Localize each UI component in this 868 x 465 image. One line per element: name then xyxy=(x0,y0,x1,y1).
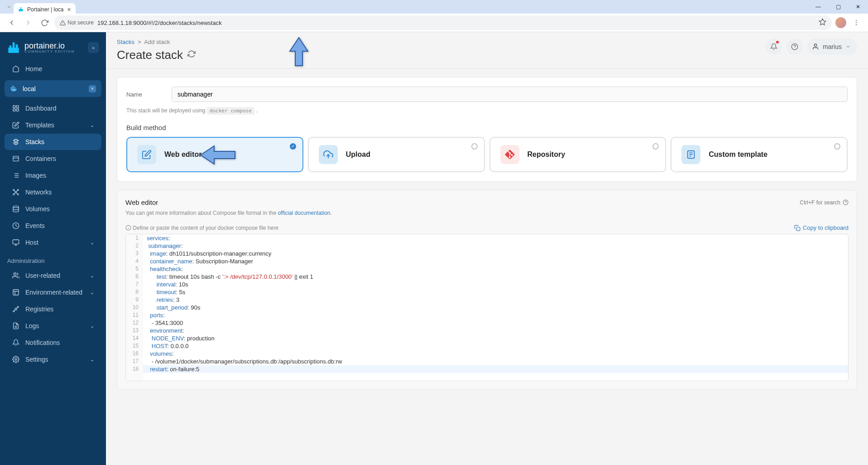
home-icon xyxy=(12,65,20,73)
browser-menu-button[interactable] xyxy=(850,16,863,29)
svg-point-42 xyxy=(14,273,16,275)
admin-icon xyxy=(12,288,20,296)
portainer-favicon-icon xyxy=(18,7,24,12)
url-bar[interactable]: Not secure 192.168.1.18:9000/#!/2/docker… xyxy=(54,15,832,30)
sidebar-item-events[interactable]: Events xyxy=(5,218,101,234)
tab-list-chevron[interactable] xyxy=(5,0,14,14)
annotation-arrow-name xyxy=(284,32,313,79)
svg-point-7 xyxy=(856,24,857,25)
method-upload[interactable]: Upload xyxy=(308,137,485,172)
compose-editor[interactable]: 1services:2 submanager:3 image: dh1011/s… xyxy=(125,234,849,381)
svg-point-47 xyxy=(17,306,19,308)
env-close-icon[interactable]: × xyxy=(89,85,96,92)
sidebar-admin-item-registries[interactable]: Registries xyxy=(5,301,101,317)
stack-form-card: Name This stack will be deployed using d… xyxy=(117,77,857,182)
svg-rect-17 xyxy=(16,106,19,108)
admin-icon xyxy=(12,355,20,363)
svg-line-33 xyxy=(14,190,15,192)
nav-back-button[interactable] xyxy=(5,16,18,29)
images-icon xyxy=(12,171,20,179)
svg-line-35 xyxy=(14,193,15,194)
sidebar-item-home[interactable]: Home xyxy=(5,61,101,77)
sidebar-admin-item-settings[interactable]: Settings⌄ xyxy=(5,351,101,368)
search-hint: Ctrl+F for search xyxy=(800,199,849,206)
dashboard-icon xyxy=(12,104,20,112)
url-text: 192.168.1.18:9000/#!/2/docker/stacks/new… xyxy=(97,19,222,26)
minimize-button[interactable]: — xyxy=(808,0,828,14)
sidebar-item-host[interactable]: Host⌄ xyxy=(5,234,101,251)
sidebar-item-stacks[interactable]: Stacks xyxy=(5,134,101,150)
sidebar-item-networks[interactable]: Networks xyxy=(5,184,101,200)
nav-reload-button[interactable] xyxy=(38,16,51,29)
name-label: Name xyxy=(126,91,172,98)
method-web-editor[interactable]: Web editor xyxy=(126,137,303,172)
sidebar-item-images[interactable]: Images xyxy=(5,167,101,184)
sidebar-item-containers[interactable]: Containers xyxy=(5,150,101,167)
svg-point-56 xyxy=(814,44,816,46)
maximize-button[interactable]: ▢ xyxy=(828,0,848,14)
build-method-grid: Web editor Upload xyxy=(126,137,848,172)
notification-dot-icon xyxy=(776,41,779,44)
user-menu[interactable]: marius xyxy=(807,39,857,55)
copy-icon xyxy=(794,225,801,231)
bookmark-star-icon[interactable] xyxy=(819,18,826,27)
svg-line-49 xyxy=(16,307,17,308)
host-icon xyxy=(12,238,20,247)
nav-forward-button[interactable] xyxy=(22,16,34,29)
svg-rect-11 xyxy=(16,44,18,48)
breadcrumb-stacks-link[interactable]: Stacks xyxy=(117,39,134,45)
method-radio-selected-icon xyxy=(290,143,296,150)
svg-rect-18 xyxy=(16,109,19,111)
refresh-icon[interactable] xyxy=(187,50,196,60)
editor-info: You can get more information about Compo… xyxy=(125,210,849,216)
chevron-down-icon: ⌄ xyxy=(90,122,94,128)
help-button[interactable] xyxy=(786,39,803,55)
docker-icon xyxy=(10,84,18,93)
svg-rect-20 xyxy=(13,156,19,161)
svg-line-36 xyxy=(16,193,18,194)
window-controls: — ▢ ✕ xyxy=(808,0,868,14)
svg-marker-4 xyxy=(819,19,825,24)
svg-point-30 xyxy=(17,189,19,191)
editor-placeholder-hint: Define or paste the content of your dock… xyxy=(133,225,278,231)
copy-to-clipboard-button[interactable]: Copy to clipboard xyxy=(794,224,849,231)
sidebar-item-dashboard[interactable]: Dashboard xyxy=(5,100,101,116)
sidebar-collapse-button[interactable]: « xyxy=(88,42,99,53)
warning-icon xyxy=(60,20,66,26)
git-icon xyxy=(500,145,519,164)
method-custom-template[interactable]: Custom template xyxy=(671,137,848,172)
sidebar-item-templates[interactable]: Templates⌄ xyxy=(5,117,101,133)
stack-name-input[interactable] xyxy=(172,87,848,102)
environment-chip[interactable]: local × xyxy=(5,80,101,97)
sidebar-section-admin: Administration xyxy=(0,251,106,267)
svg-rect-8 xyxy=(8,48,19,53)
app-shell: portainer.io COMMUNITY EDITION « Home lo… xyxy=(0,32,868,465)
docs-link[interactable]: official documentation xyxy=(278,210,330,216)
sidebar-admin-item-environment-related[interactable]: Environment-related⌄ xyxy=(5,284,101,300)
svg-rect-13 xyxy=(12,87,14,89)
breadcrumb: Stacks > Add stack xyxy=(117,39,196,45)
page-header: Stacks > Add stack Create stack xyxy=(106,32,868,69)
sidebar-item-volumes[interactable]: Volumes xyxy=(5,201,101,217)
tab-close-icon[interactable]: × xyxy=(67,6,71,13)
portainer-logo-icon xyxy=(7,41,20,54)
browser-tab[interactable]: Portainer | loca × xyxy=(14,3,76,16)
sidebar-admin-item-user-related[interactable]: User-related⌄ xyxy=(5,267,101,284)
sidebar-admin-item-notifications[interactable]: Notifications xyxy=(5,334,101,351)
profile-avatar[interactable] xyxy=(835,17,846,28)
security-chip[interactable]: Not secure xyxy=(60,19,94,26)
admin-icon xyxy=(12,305,20,313)
svg-point-31 xyxy=(13,194,14,195)
close-button[interactable]: ✕ xyxy=(848,0,868,14)
svg-point-32 xyxy=(17,194,19,195)
method-repository[interactable]: Repository xyxy=(489,137,667,172)
upload-cloud-icon xyxy=(319,145,338,164)
volumes-icon xyxy=(12,205,20,213)
method-radio-icon xyxy=(471,143,478,150)
method-radio-icon xyxy=(652,143,659,150)
notifications-button[interactable] xyxy=(766,39,782,55)
build-method-label: Build method xyxy=(126,124,848,131)
sidebar-admin-item-logs[interactable]: Logs⌄ xyxy=(5,318,101,334)
svg-point-48 xyxy=(13,310,14,312)
window-titlebar: Portainer | loca × — ▢ ✕ xyxy=(0,0,868,14)
